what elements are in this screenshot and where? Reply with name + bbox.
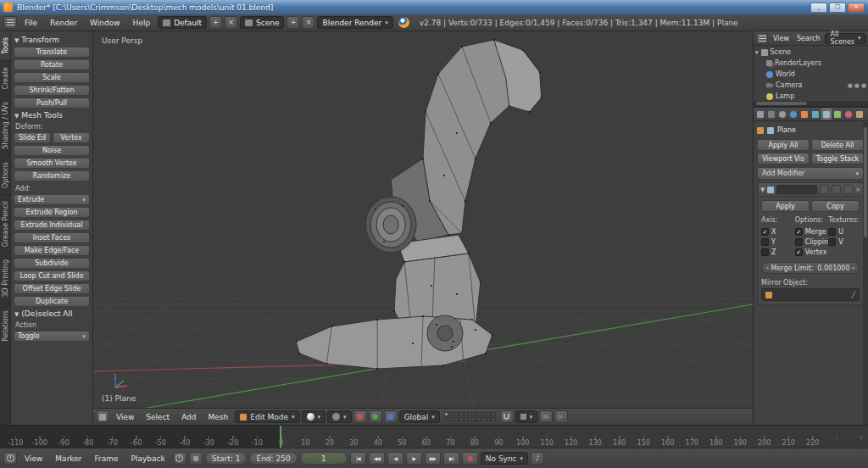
transform-panel-header[interactable]: ▼ Transform xyxy=(14,36,90,44)
slider-left-icon[interactable]: ◂ xyxy=(765,265,769,271)
play-reverse-button[interactable]: ◀ xyxy=(387,452,403,465)
manipulator-translate-icon[interactable] xyxy=(353,410,367,423)
close-button[interactable]: × xyxy=(848,3,865,13)
delete-scene-button[interactable]: × xyxy=(302,16,314,29)
modifier-editmode-toggle-icon[interactable] xyxy=(843,185,853,194)
properties-scrollbar[interactable] xyxy=(863,122,868,425)
mode-dropdown[interactable]: Edit Mode ▾ xyxy=(235,410,299,423)
tab-scene[interactable] xyxy=(777,109,787,120)
tab-relations[interactable]: Relations xyxy=(0,304,10,348)
scene-selector[interactable]: Scene xyxy=(240,16,284,29)
slide-edge-button[interactable]: Slide Ed xyxy=(14,132,51,143)
checkbox-axis-z[interactable] xyxy=(761,248,769,256)
tab-shading-uvs[interactable]: Shading / UVs xyxy=(0,96,10,156)
mirror-modifier-header[interactable]: ▼ × xyxy=(758,183,863,197)
menu-help[interactable]: Help xyxy=(128,17,156,29)
toggle-stack-button[interactable]: Toggle Stack xyxy=(811,153,864,164)
tab-material[interactable] xyxy=(843,109,854,120)
render-restrict-icon[interactable]: ● xyxy=(861,82,866,89)
outliner-menu-search[interactable]: Search xyxy=(794,34,822,43)
sync-dropdown[interactable]: No Sync ▾ xyxy=(481,452,528,465)
restrict-toggles[interactable]: ●●● xyxy=(848,82,866,89)
mesh-tools-panel-header[interactable]: ▼ Mesh Tools xyxy=(14,111,90,120)
extrude-region-button[interactable]: Extrude Region xyxy=(14,207,90,218)
timeline-menu-marker[interactable]: Marker xyxy=(50,453,86,465)
shading-dropdown[interactable]: ▾ xyxy=(302,410,326,423)
extrude-individual-button[interactable]: Extrude Individual xyxy=(14,220,90,231)
minimize-button[interactable]: _ xyxy=(810,3,827,13)
start-frame-field[interactable]: Start: 1 xyxy=(205,452,248,465)
translate-button[interactable]: Translate xyxy=(14,47,90,58)
timeline-ruler[interactable]: -110 -100 -90 -80 -70 -60 -50 -40 -30 -2… xyxy=(0,425,868,448)
outliner-item-world[interactable]: World xyxy=(755,69,866,80)
screen-layout-selector[interactable]: Default xyxy=(158,16,207,29)
modifier-name-field[interactable] xyxy=(776,185,817,194)
modifier-copy-button[interactable]: Copy xyxy=(811,200,860,212)
modifier-render-toggle-icon[interactable] xyxy=(820,185,829,194)
tab-data[interactable] xyxy=(832,109,843,120)
manipulator-scale-icon[interactable] xyxy=(384,410,398,423)
smooth-vertex-button[interactable]: Smooth Vertex xyxy=(14,158,90,169)
layers-widget[interactable] xyxy=(444,412,496,421)
checkbox-vertex-groups[interactable]: ✓ xyxy=(795,248,803,256)
viewport-menu-add[interactable]: Add xyxy=(176,411,201,423)
snap-element-dropdown[interactable]: ▾ xyxy=(515,410,538,423)
modifier-close-icon[interactable]: × xyxy=(855,187,860,193)
scrollbar-thumb[interactable] xyxy=(864,127,867,237)
viewport-menu-mesh[interactable]: Mesh xyxy=(203,411,234,423)
randomize-button[interactable]: Randomize xyxy=(14,170,90,181)
titlebar[interactable]: Blender* [C:\Users\Crimmson\Desktop\mech… xyxy=(0,0,868,14)
viewport-vis-button[interactable]: Viewport Vis xyxy=(757,153,810,164)
next-keyframe-button[interactable]: ▶▶ xyxy=(425,452,441,465)
deselect-panel-header[interactable]: ▼ (De)select All xyxy=(14,309,90,318)
cursor-icon[interactable]: ● xyxy=(854,82,860,89)
pivot-dropdown[interactable]: ▾ xyxy=(327,410,352,423)
duplicate-button[interactable]: Duplicate xyxy=(14,296,90,307)
delete-layout-button[interactable]: × xyxy=(225,16,237,29)
menu-file[interactable]: File xyxy=(19,17,42,29)
tab-render-layers[interactable] xyxy=(766,109,776,120)
checkbox-texture-v[interactable] xyxy=(828,238,836,246)
lock-frame-icon[interactable] xyxy=(189,452,203,465)
render-engine-selector[interactable]: Blender Render ▾ xyxy=(317,16,392,29)
tab-constraints[interactable] xyxy=(810,109,821,120)
tab-options[interactable]: Options xyxy=(0,156,10,195)
editor-type-info-icon[interactable] xyxy=(3,16,17,29)
record-button[interactable]: ● xyxy=(462,452,478,465)
subdivide-button[interactable]: Subdivide xyxy=(14,258,90,269)
viewport-canvas[interactable]: User Persp (1) Plane xyxy=(93,31,753,408)
scrollbar-thumb[interactable] xyxy=(756,102,807,105)
snap-magnet-icon[interactable] xyxy=(500,410,514,423)
mirror-object-field[interactable]: ╱ xyxy=(761,288,860,301)
audio-scrubbing-icon[interactable]: ♪ xyxy=(531,452,544,465)
outliner-item-renderlayers[interactable]: RenderLayers xyxy=(755,58,866,69)
shrink-fatten-button[interactable]: Shrink/Fatten xyxy=(14,85,90,96)
tab-create[interactable]: Create xyxy=(0,61,10,97)
outliner-item-scene[interactable]: ▾ Scene xyxy=(755,47,866,58)
viewport-menu-select[interactable]: Select xyxy=(141,411,175,423)
push-pull-button[interactable]: Push/Pull xyxy=(14,98,90,109)
outliner-display-mode[interactable]: All Scenes ▾ xyxy=(825,33,865,44)
editor-type-timeline-icon[interactable] xyxy=(3,452,17,465)
offset-edge-slide-button[interactable]: Offset Edge Slide xyxy=(14,283,90,294)
layers-group-1[interactable] xyxy=(444,412,469,421)
action-dropdown[interactable]: Toggle ▾ xyxy=(14,331,90,342)
layers-group-2[interactable] xyxy=(471,412,496,421)
timeline-menu-view[interactable]: View xyxy=(19,453,47,465)
panel-open-icon[interactable]: ▼ xyxy=(760,187,765,193)
eyedropper-icon[interactable]: ╱ xyxy=(852,292,855,298)
slide-vertex-button[interactable]: Vertex xyxy=(53,132,90,143)
prev-keyframe-button[interactable]: ◀◀ xyxy=(369,452,385,465)
expand-icon[interactable]: ▾ xyxy=(755,49,759,56)
apply-all-button[interactable]: Apply All xyxy=(757,139,810,151)
outliner-item-lamp[interactable]: Lamp xyxy=(755,91,866,101)
add-layout-button[interactable]: + xyxy=(209,16,222,29)
tab-modifiers[interactable] xyxy=(821,109,832,120)
tab-texture[interactable] xyxy=(854,109,865,120)
make-edge-face-button[interactable]: Make Edge/Face xyxy=(14,245,90,256)
inset-faces-button[interactable]: Inset Faces xyxy=(14,232,90,243)
checkbox-merge[interactable]: ✓ xyxy=(795,228,803,236)
tab-3d-printing[interactable]: 3D Printing xyxy=(0,254,10,304)
render-opengl-anim-icon[interactable] xyxy=(554,410,568,423)
tab-object[interactable] xyxy=(799,109,810,120)
